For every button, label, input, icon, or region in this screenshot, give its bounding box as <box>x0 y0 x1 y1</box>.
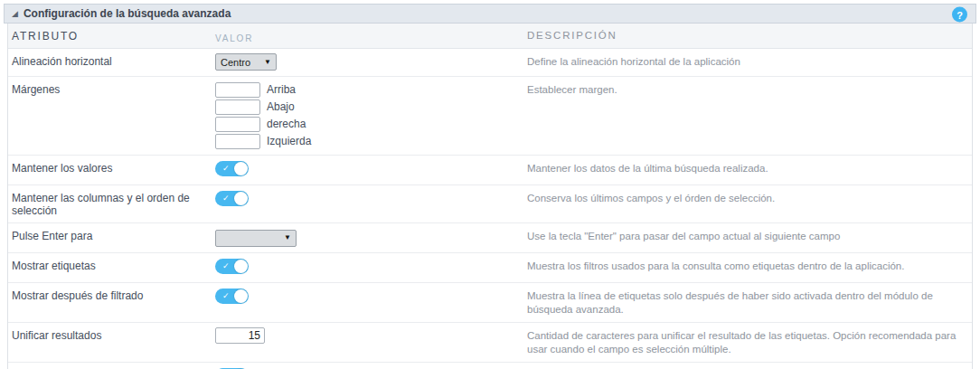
press-enter-to-select[interactable]: ▼ <box>215 230 297 247</box>
description-text: Define la alineación horizontal de la ap… <box>525 49 972 74</box>
attribute-label: Vista de árbol en las etiquetas <box>8 363 212 369</box>
show-after-filtering-toggle[interactable]: ✓ <box>215 289 249 304</box>
show-tags-toggle[interactable]: ✓ <box>215 259 249 274</box>
table-row: Mantener los valores✓Mantener los datos … <box>8 156 972 185</box>
advanced-search-config-panel: ◢ Configuración de la búsqueda avanzada … <box>4 4 976 369</box>
table-row: Alineación horizontalCentro▼Define la al… <box>8 49 972 77</box>
toggle-knob <box>234 289 248 303</box>
margin-arriba-input[interactable] <box>215 82 260 98</box>
description-text: Mantener los datos de la última búsqueda… <box>525 156 972 181</box>
check-icon: ✓ <box>222 261 230 271</box>
margin-input-row: Abajo <box>215 99 520 115</box>
table-row: Mantener las columnas y el orden de sele… <box>8 185 972 223</box>
value-cell: ✓ <box>212 185 525 214</box>
description-text: Cantidad de caracteres para unificar el … <box>525 323 972 362</box>
description-text: Esta opción permite el uso de treeview e… <box>525 363 972 369</box>
margin-input-label: derecha <box>267 118 306 130</box>
value-cell: Centro▼ <box>212 49 525 76</box>
toggle-knob <box>234 260 248 273</box>
config-table: ATRIBUTO VALOR DESCRIPCIÓN Alineación ho… <box>7 24 973 369</box>
keep-values-toggle[interactable]: ✓ <box>215 161 249 176</box>
dropdown-arrow-icon: ▼ <box>264 59 271 66</box>
select-value: Centro <box>221 57 250 68</box>
table-header-row: ATRIBUTO VALOR DESCRIPCIÓN <box>8 24 972 49</box>
keep-columns-order-toggle[interactable]: ✓ <box>215 191 249 206</box>
help-icon[interactable]: ? <box>952 7 967 23</box>
check-icon: ✓ <box>222 291 230 301</box>
dropdown-arrow-icon: ▼ <box>284 234 291 241</box>
value-cell: ✓ <box>212 283 525 312</box>
value-cell <box>212 323 525 349</box>
value-cell: ✓ <box>212 253 525 282</box>
value-cell: ✓ <box>212 363 525 369</box>
table-row: MárgenesArribaAbajoderechaIzquierdaEstab… <box>8 77 972 156</box>
collapse-triangle-icon[interactable]: ◢ <box>12 10 18 18</box>
margin-inputs-group: ArribaAbajoderechaIzquierda <box>215 81 520 149</box>
attribute-label: Mostrar etiquetas <box>8 253 212 278</box>
attribute-label: Márgenes <box>8 77 212 101</box>
panel-title: Configuración de la búsqueda avanzada <box>24 7 231 20</box>
margin-input-row: derecha <box>215 116 520 132</box>
check-icon: ✓ <box>222 164 230 174</box>
unify-results-input[interactable] <box>215 327 265 344</box>
description-text: Use la tecla "Enter" para pasar del camp… <box>525 223 972 249</box>
attribute-label: Unificar resultados <box>8 323 212 347</box>
attribute-label: Mostrar después de filtrado <box>8 283 212 308</box>
margin-derecha-input[interactable] <box>215 117 260 132</box>
description-text: Conserva los últimos campos y el órden d… <box>525 185 972 211</box>
description-text: Muestra los filtros usados para la consu… <box>525 253 972 279</box>
column-header-valor: VALOR <box>212 29 525 43</box>
value-cell: ArribaAbajoderechaIzquierda <box>212 77 525 155</box>
table-row: Vista de árbol en las etiquetas✓Esta opc… <box>8 363 972 369</box>
check-icon: ✓ <box>222 194 230 203</box>
toggle-knob <box>234 162 248 175</box>
table-row: Mostrar etiquetas✓Muestra los filtros us… <box>8 253 972 283</box>
table-row: Pulse Enter para▼Use la tecla "Enter" pa… <box>8 223 972 253</box>
description-text: Establecer margen. <box>525 77 972 102</box>
margin-input-row: Izquierda <box>215 133 520 149</box>
value-cell: ▼ <box>212 223 525 252</box>
toggle-knob <box>234 192 248 205</box>
description-text: Muestra la línea de etiquetas solo despu… <box>525 283 972 322</box>
column-header-atributo: ATRIBUTO <box>8 30 212 43</box>
attribute-label: Alineación horizontal <box>8 49 212 73</box>
margin-input-label: Izquierda <box>267 135 311 147</box>
margin-input-label: Abajo <box>267 100 295 113</box>
table-row: Mostrar después de filtrado✓Muestra la l… <box>8 283 972 323</box>
attribute-label: Mantener los valores <box>8 156 212 180</box>
margin-abajo-input[interactable] <box>215 99 260 115</box>
table-row: Unificar resultadosCantidad de caractere… <box>8 323 972 363</box>
margin-izquierda-input[interactable] <box>215 134 260 149</box>
attribute-label: Pulse Enter para <box>8 223 212 248</box>
value-cell: ✓ <box>212 156 525 184</box>
margin-input-label: Arriba <box>267 83 296 96</box>
panel-header[interactable]: ◢ Configuración de la búsqueda avanzada … <box>4 4 976 24</box>
horizontal-alignment-select[interactable]: Centro▼ <box>215 53 277 71</box>
margin-input-row: Arriba <box>215 81 520 98</box>
attribute-label: Mantener las columnas y el orden de sele… <box>8 185 212 222</box>
column-header-descripcion: DESCRIPCIÓN <box>525 29 972 43</box>
